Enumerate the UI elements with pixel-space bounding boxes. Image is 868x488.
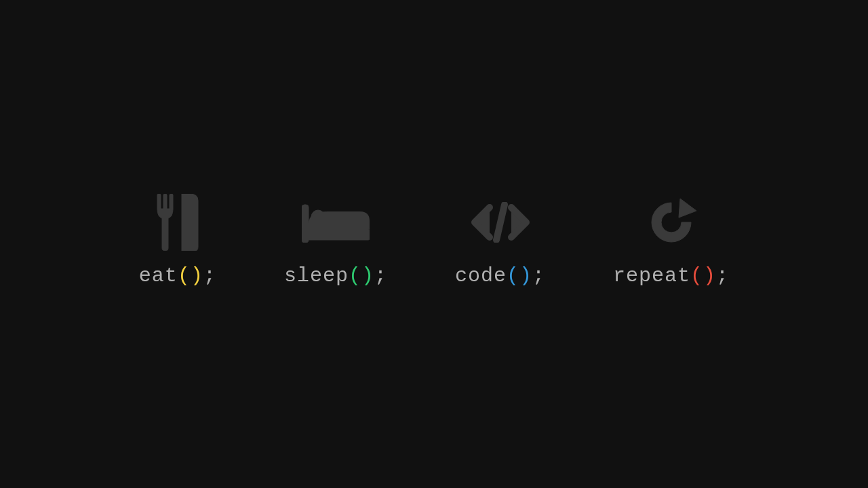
svg-rect-5 [302, 229, 370, 240]
label-eat: eat(); [139, 264, 216, 287]
paren-close: ) [191, 264, 203, 287]
item-eat: eat(); [139, 194, 216, 287]
semicolon: ; [203, 264, 216, 287]
paren-open: ( [690, 264, 703, 287]
label-code: code(); [455, 264, 545, 287]
item-repeat: repeat(); [613, 194, 729, 287]
label-sleep: sleep(); [284, 264, 387, 287]
fn-name: repeat [613, 264, 690, 287]
svg-rect-2 [170, 194, 173, 210]
semicolon: ; [374, 264, 387, 287]
svg-line-6 [496, 205, 505, 240]
paren-open: ( [349, 264, 361, 287]
svg-rect-0 [157, 194, 161, 210]
fn-name: code [455, 264, 507, 287]
paren-open: ( [507, 264, 519, 287]
fn-name: eat [139, 264, 178, 287]
paren-close: ) [703, 264, 716, 287]
semicolon: ; [716, 264, 729, 287]
svg-rect-1 [163, 194, 167, 210]
paren-open: ( [178, 264, 191, 287]
label-repeat: repeat(); [613, 264, 729, 287]
cutlery-icon [153, 194, 202, 251]
repeat-icon [646, 194, 696, 251]
svg-marker-7 [679, 199, 696, 218]
item-code: code(); [455, 194, 545, 287]
paren-close: ) [361, 264, 374, 287]
code-icon [469, 194, 532, 251]
paren-close: ) [519, 264, 532, 287]
semicolon: ; [532, 264, 545, 287]
item-sleep: sleep(); [284, 194, 387, 287]
bed-icon [302, 194, 370, 251]
icon-row: eat(); sleep(); code(); [139, 194, 729, 287]
fn-name: sleep [284, 264, 349, 287]
